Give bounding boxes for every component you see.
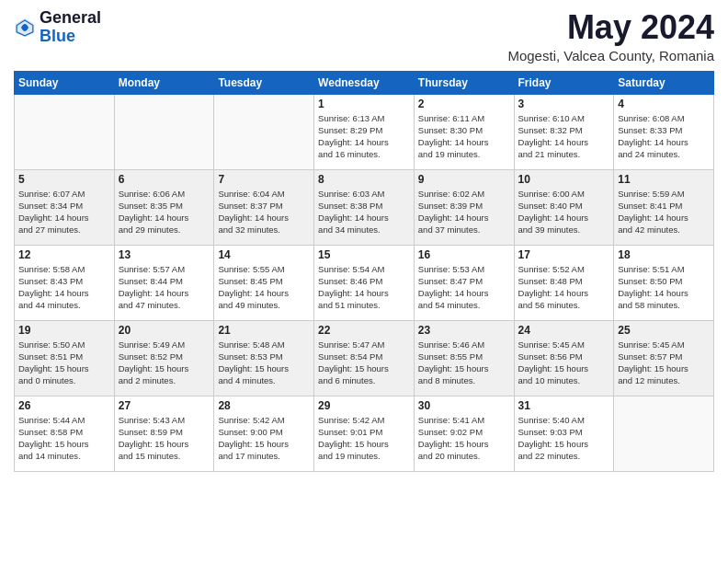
day-info: Sunrise: 5:51 AM Sunset: 8:50 PM Dayligh… xyxy=(618,263,710,312)
table-row: 12Sunrise: 5:58 AM Sunset: 8:43 PM Dayli… xyxy=(15,245,115,320)
day-number: 2 xyxy=(418,98,510,110)
header-thursday: Thursday xyxy=(414,71,514,94)
table-row: 2Sunrise: 6:11 AM Sunset: 8:30 PM Daylig… xyxy=(414,94,514,169)
day-number: 11 xyxy=(618,173,710,186)
day-info: Sunrise: 6:07 AM Sunset: 8:34 PM Dayligh… xyxy=(18,188,110,236)
table-row: 14Sunrise: 5:55 AM Sunset: 8:45 PM Dayli… xyxy=(214,245,314,320)
day-number: 1 xyxy=(318,98,410,110)
title-block: May 2024 Mogesti, Valcea County, Romania xyxy=(507,9,714,63)
logo-icon xyxy=(14,17,36,39)
day-info: Sunrise: 6:06 AM Sunset: 8:35 PM Dayligh… xyxy=(119,188,210,236)
day-number: 12 xyxy=(18,248,110,261)
table-row xyxy=(214,94,314,169)
table-row: 20Sunrise: 5:49 AM Sunset: 8:52 PM Dayli… xyxy=(114,320,214,396)
day-info: Sunrise: 5:42 AM Sunset: 9:01 PM Dayligh… xyxy=(318,414,410,463)
day-info: Sunrise: 6:10 AM Sunset: 8:32 PM Dayligh… xyxy=(518,112,610,161)
day-info: Sunrise: 6:03 AM Sunset: 8:38 PM Dayligh… xyxy=(318,188,410,236)
day-info: Sunrise: 6:08 AM Sunset: 8:33 PM Dayligh… xyxy=(618,112,710,161)
calendar-week-row: 1Sunrise: 6:13 AM Sunset: 8:29 PM Daylig… xyxy=(15,94,714,169)
weekday-header-row: Sunday Monday Tuesday Wednesday Thursday… xyxy=(15,71,714,94)
day-number: 9 xyxy=(418,173,510,186)
day-number: 22 xyxy=(318,324,410,337)
day-number: 18 xyxy=(618,248,710,261)
table-row: 27Sunrise: 5:43 AM Sunset: 8:59 PM Dayli… xyxy=(114,396,214,471)
table-row: 9Sunrise: 6:02 AM Sunset: 8:39 PM Daylig… xyxy=(414,169,514,245)
day-number: 3 xyxy=(518,98,610,110)
calendar-week-row: 5Sunrise: 6:07 AM Sunset: 8:34 PM Daylig… xyxy=(15,169,714,245)
day-number: 6 xyxy=(119,173,210,186)
day-info: Sunrise: 5:59 AM Sunset: 8:41 PM Dayligh… xyxy=(618,188,710,236)
table-row: 16Sunrise: 5:53 AM Sunset: 8:47 PM Dayli… xyxy=(414,245,514,320)
day-number: 10 xyxy=(518,173,610,186)
day-info: Sunrise: 5:57 AM Sunset: 8:44 PM Dayligh… xyxy=(119,263,210,312)
calendar-week-row: 12Sunrise: 5:58 AM Sunset: 8:43 PM Dayli… xyxy=(15,245,714,320)
logo-text: General Blue xyxy=(40,9,101,46)
table-row: 28Sunrise: 5:42 AM Sunset: 9:00 PM Dayli… xyxy=(214,396,314,471)
table-row: 1Sunrise: 6:13 AM Sunset: 8:29 PM Daylig… xyxy=(314,94,415,169)
location: Mogesti, Valcea County, Romania xyxy=(507,48,714,63)
day-info: Sunrise: 5:40 AM Sunset: 9:03 PM Dayligh… xyxy=(518,414,610,463)
day-info: Sunrise: 5:46 AM Sunset: 8:55 PM Dayligh… xyxy=(418,339,510,387)
day-info: Sunrise: 5:52 AM Sunset: 8:48 PM Dayligh… xyxy=(518,263,610,312)
day-number: 15 xyxy=(318,248,410,261)
day-number: 27 xyxy=(119,399,210,412)
header: General Blue May 2024 Mogesti, Valcea Co… xyxy=(14,9,714,63)
calendar-week-row: 26Sunrise: 5:44 AM Sunset: 8:58 PM Dayli… xyxy=(15,396,714,471)
day-number: 30 xyxy=(418,399,510,412)
day-number: 7 xyxy=(218,173,310,186)
day-number: 25 xyxy=(618,324,710,337)
header-monday: Monday xyxy=(114,71,214,94)
calendar-week-row: 19Sunrise: 5:50 AM Sunset: 8:51 PM Dayli… xyxy=(15,320,714,396)
logo: General Blue xyxy=(14,9,101,46)
table-row: 8Sunrise: 6:03 AM Sunset: 8:38 PM Daylig… xyxy=(314,169,415,245)
table-row: 18Sunrise: 5:51 AM Sunset: 8:50 PM Dayli… xyxy=(614,245,714,320)
table-row: 23Sunrise: 5:46 AM Sunset: 8:55 PM Dayli… xyxy=(414,320,514,396)
logo-general: General xyxy=(40,8,101,27)
day-info: Sunrise: 5:53 AM Sunset: 8:47 PM Dayligh… xyxy=(418,263,510,312)
table-row xyxy=(614,396,714,471)
day-number: 14 xyxy=(218,248,310,261)
day-info: Sunrise: 6:00 AM Sunset: 8:40 PM Dayligh… xyxy=(518,188,610,236)
day-info: Sunrise: 5:41 AM Sunset: 9:02 PM Dayligh… xyxy=(418,414,510,463)
day-info: Sunrise: 6:11 AM Sunset: 8:30 PM Dayligh… xyxy=(418,112,510,161)
table-row: 7Sunrise: 6:04 AM Sunset: 8:37 PM Daylig… xyxy=(214,169,314,245)
day-info: Sunrise: 5:43 AM Sunset: 8:59 PM Dayligh… xyxy=(119,414,210,463)
table-row: 5Sunrise: 6:07 AM Sunset: 8:34 PM Daylig… xyxy=(15,169,115,245)
day-number: 24 xyxy=(518,324,610,337)
logo-blue: Blue xyxy=(40,27,75,45)
header-tuesday: Tuesday xyxy=(214,71,314,94)
day-number: 17 xyxy=(518,248,610,261)
day-number: 29 xyxy=(318,399,410,412)
table-row: 22Sunrise: 5:47 AM Sunset: 8:54 PM Dayli… xyxy=(314,320,415,396)
day-number: 16 xyxy=(418,248,510,261)
day-info: Sunrise: 5:47 AM Sunset: 8:54 PM Dayligh… xyxy=(318,339,410,387)
table-row: 19Sunrise: 5:50 AM Sunset: 8:51 PM Dayli… xyxy=(15,320,115,396)
table-row: 13Sunrise: 5:57 AM Sunset: 8:44 PM Dayli… xyxy=(114,245,214,320)
day-info: Sunrise: 5:45 AM Sunset: 8:56 PM Dayligh… xyxy=(518,339,610,387)
header-friday: Friday xyxy=(514,71,614,94)
day-info: Sunrise: 6:13 AM Sunset: 8:29 PM Dayligh… xyxy=(318,112,410,161)
table-row: 25Sunrise: 5:45 AM Sunset: 8:57 PM Dayli… xyxy=(614,320,714,396)
table-row: 21Sunrise: 5:48 AM Sunset: 8:53 PM Dayli… xyxy=(214,320,314,396)
day-info: Sunrise: 6:04 AM Sunset: 8:37 PM Dayligh… xyxy=(218,188,310,236)
day-number: 8 xyxy=(318,173,410,186)
day-number: 26 xyxy=(18,399,110,412)
table-row: 10Sunrise: 6:00 AM Sunset: 8:40 PM Dayli… xyxy=(514,169,614,245)
day-number: 21 xyxy=(218,324,310,337)
day-info: Sunrise: 5:50 AM Sunset: 8:51 PM Dayligh… xyxy=(18,339,110,387)
day-info: Sunrise: 5:49 AM Sunset: 8:52 PM Dayligh… xyxy=(119,339,210,387)
day-number: 13 xyxy=(119,248,210,261)
day-number: 23 xyxy=(418,324,510,337)
month-title: May 2024 xyxy=(507,9,714,46)
day-info: Sunrise: 6:02 AM Sunset: 8:39 PM Dayligh… xyxy=(418,188,510,236)
header-saturday: Saturday xyxy=(614,71,714,94)
calendar: Sunday Monday Tuesday Wednesday Thursday… xyxy=(14,71,714,472)
day-info: Sunrise: 5:55 AM Sunset: 8:45 PM Dayligh… xyxy=(218,263,310,312)
page: General Blue May 2024 Mogesti, Valcea Co… xyxy=(0,0,728,563)
table-row: 29Sunrise: 5:42 AM Sunset: 9:01 PM Dayli… xyxy=(314,396,415,471)
day-info: Sunrise: 5:42 AM Sunset: 9:00 PM Dayligh… xyxy=(218,414,310,463)
day-number: 31 xyxy=(518,399,610,412)
table-row: 30Sunrise: 5:41 AM Sunset: 9:02 PM Dayli… xyxy=(414,396,514,471)
table-row: 31Sunrise: 5:40 AM Sunset: 9:03 PM Dayli… xyxy=(514,396,614,471)
day-number: 19 xyxy=(18,324,110,337)
